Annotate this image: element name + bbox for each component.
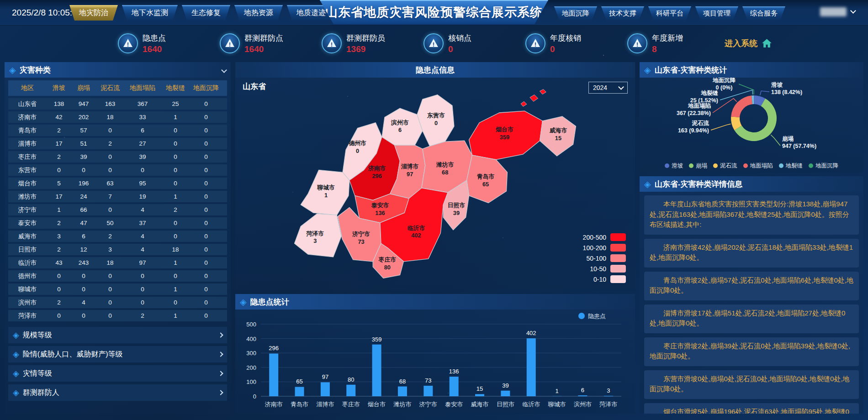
table-header-row: 地区滑坡崩塌泥石流地面塌陷地裂缝地面沉降	[8, 80, 227, 96]
nav-tab-地灾防治[interactable]: 地灾防治	[69, 5, 118, 21]
table-cell: 0	[190, 153, 222, 160]
chevron-right-icon	[218, 371, 223, 376]
table-cell: 2	[47, 127, 71, 134]
table-cell: 33	[124, 114, 161, 121]
table-row[interactable]: 泰安市247503700	[8, 217, 227, 229]
year-select[interactable]: 2024	[588, 82, 628, 94]
table-cell: 青岛市	[8, 126, 47, 135]
accordion-label: 群测群防人	[23, 388, 59, 398]
table-row[interactable]: 济宁市1660420	[8, 204, 227, 215]
svg-text:济南市: 济南市	[265, 401, 283, 408]
accordion-item[interactable]: ◈群测群防人	[8, 384, 227, 401]
nav-tab-地下水监测[interactable]: 地下水监测	[122, 5, 178, 21]
map-region-value: 136	[375, 210, 385, 216]
nav-tab-地面沉降[interactable]: 地面沉降	[554, 6, 597, 20]
table-cell: 0	[124, 286, 161, 293]
table-row[interactable]: 菏泽市000210	[8, 310, 227, 321]
collapse-chevron-icon[interactable]	[221, 67, 227, 73]
accordion-item[interactable]: ◈灾情等级	[8, 365, 227, 382]
donut-legend-item: 地裂缝	[779, 162, 803, 170]
table-cell: 2	[96, 233, 124, 240]
table-row[interactable]: 山东省138947163367250	[8, 98, 227, 110]
legend-swatch	[610, 275, 626, 283]
nav-tab-综合服务[interactable]: 综合服务	[742, 6, 785, 20]
table-row[interactable]: 临沂市43243189710	[8, 257, 227, 268]
table-row[interactable]: 威海市362400	[8, 231, 227, 242]
table-row[interactable]: 德州市000000	[8, 270, 227, 282]
table-cell: 烟台市	[8, 179, 47, 188]
map-region-value: 97	[407, 171, 413, 178]
map-legend-item: 100-200	[583, 244, 626, 252]
map-region-value: 1	[324, 192, 328, 199]
nav-tab-技术支撑[interactable]: 技术支撑	[601, 6, 644, 20]
column-header: 地面塌陷	[124, 84, 161, 92]
table-cell: 12	[71, 246, 96, 253]
table-cell: 18	[161, 246, 190, 253]
table-row[interactable]: 聊城市000010	[8, 284, 227, 295]
table-cell: 0	[161, 140, 190, 147]
table-cell: 东营市	[8, 166, 47, 174]
stat-item: !隐患点1640	[118, 33, 220, 54]
table-row[interactable]: 滨州市240000	[8, 297, 227, 308]
right-nav-tabs: 地面沉降技术支撑科研平台项目管理综合服务	[554, 6, 785, 20]
table-cell: 0	[161, 299, 190, 306]
table-row[interactable]: 枣庄市23903900	[8, 151, 227, 163]
enter-system-button[interactable]: 进入系统	[725, 37, 773, 49]
table-cell: 4	[124, 206, 161, 213]
table-row[interactable]: 淄博市175122700	[8, 138, 227, 149]
svg-text:300: 300	[246, 350, 256, 357]
table-cell: 0	[190, 206, 222, 213]
table-cell: 0	[96, 153, 124, 160]
nav-tab-生态修复[interactable]: 生态修复	[182, 5, 230, 21]
svg-text:0 (0%): 0 (0%)	[716, 84, 733, 91]
column-header: 泥石流	[96, 84, 124, 92]
table-row[interactable]: 青岛市2570600	[8, 125, 227, 136]
table-cell: 3	[96, 246, 124, 253]
table-cell: 威海市	[8, 232, 47, 241]
stat-item: !核销点0	[423, 33, 525, 54]
nav-tab-项目管理[interactable]: 项目管理	[695, 6, 738, 20]
accordion-item[interactable]: ◈险情(威胁人口、威胁财产)等级	[8, 346, 227, 362]
table-row[interactable]: 烟台市5196639500	[8, 178, 227, 189]
svg-text:滨州市: 滨州市	[574, 401, 592, 408]
table-row[interactable]: 东营市000000	[8, 164, 227, 176]
svg-text:73: 73	[425, 377, 431, 384]
alert-icon: !	[525, 33, 545, 53]
nav-tab-地热资源[interactable]: 地热资源	[234, 5, 283, 21]
table-cell: 0	[190, 233, 222, 240]
nav-tab-科研平台[interactable]: 科研平台	[648, 6, 691, 20]
app-title: 山东省地质灾害风险预警综合展示系统	[325, 4, 543, 21]
table-cell: 0	[190, 312, 222, 319]
svg-text:地面塌陷: 地面塌陷	[688, 103, 711, 109]
hazard-map-panel: 隐患点信息 德州市0滨州市6东营市0烟台市359威海市15聊城市1济南市296淄…	[235, 62, 635, 289]
donut-legend-item: 滑坡	[665, 162, 683, 170]
table-cell: 95	[124, 180, 161, 187]
svg-text:400: 400	[246, 336, 256, 342]
table-cell: 济南市	[8, 113, 47, 121]
accordion-item[interactable]: ◈规模等级	[8, 327, 227, 343]
table-cell: 0	[161, 127, 190, 134]
table-cell: 2	[124, 312, 161, 319]
svg-text:泰安市: 泰安市	[445, 401, 463, 408]
table-cell: 2	[161, 206, 190, 213]
table-cell: 4	[124, 246, 161, 253]
bar-济宁市	[423, 386, 433, 396]
table-cell: 37	[124, 220, 161, 226]
map-region-name: 滨州市	[391, 119, 409, 126]
right-column: ◈ 山东省-灾害种类统计 滑坡138 (8.42%)崩塌947 (57.74%)…	[640, 62, 863, 414]
map-legend-item: 10-50	[583, 265, 626, 273]
table-cell: 0	[71, 167, 96, 173]
table-row[interactable]: 日照市21234180	[8, 244, 227, 255]
stat-item: !群测群防员1369	[322, 33, 423, 54]
table-cell: 0	[190, 167, 222, 173]
table-row[interactable]: 潍坊市172471910	[8, 191, 227, 202]
map-region-name: 济宁市	[352, 231, 370, 238]
map-legend-item: 200-500	[583, 233, 626, 241]
user-menu[interactable]	[820, 7, 855, 16]
table-cell: 1	[161, 114, 190, 121]
map-region-滨州市[interactable]	[382, 108, 423, 145]
svg-text:138 (8.42%): 138 (8.42%)	[771, 89, 802, 95]
table-row[interactable]: 济南市42202183310	[8, 111, 227, 123]
bar-淄博市	[321, 382, 330, 396]
table-cell: 德州市	[8, 272, 47, 280]
